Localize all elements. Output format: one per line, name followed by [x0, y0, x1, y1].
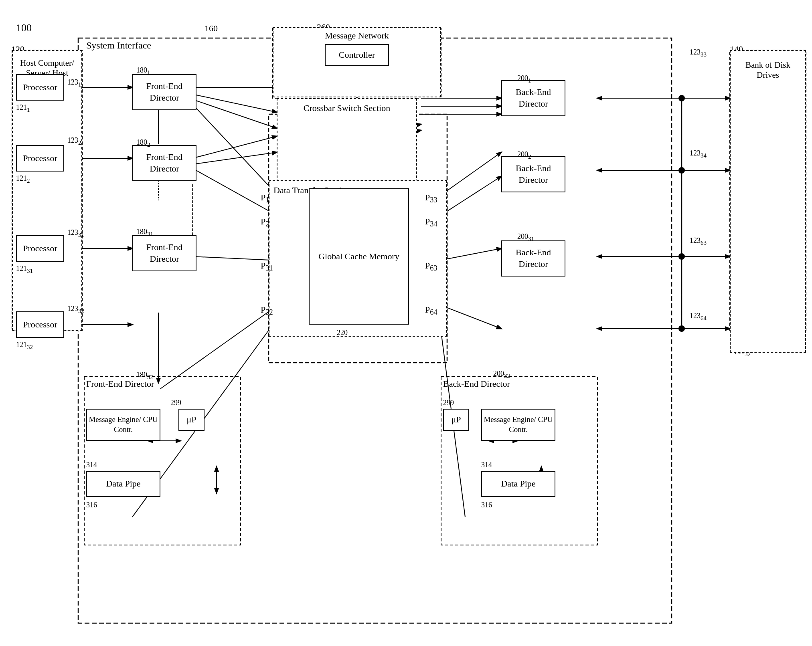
- label-p34: P34: [425, 216, 437, 228]
- backend-31-label: Back-End Director: [502, 247, 565, 270]
- backend-32-title: Back-End Director: [443, 379, 510, 389]
- data-pipe-b-label: Data Pipe: [501, 478, 535, 490]
- label-1231: 1231: [67, 78, 81, 88]
- label-316a: 316: [86, 501, 97, 509]
- label-316b: 316: [481, 501, 492, 509]
- data-pipe-b-box: Data Pipe: [481, 471, 555, 497]
- mu-p-a-label: μP: [186, 414, 196, 426]
- frontend-1-box: Front-End Director: [132, 74, 196, 110]
- svg-point-68: [678, 325, 685, 332]
- svg-line-33: [192, 104, 279, 196]
- message-network-box: Message Network Controller: [273, 27, 441, 97]
- processor-32-box: Processor: [16, 311, 64, 338]
- backend-31-box: Back-End Director: [501, 240, 565, 277]
- controller-label: Controller: [339, 49, 375, 61]
- processor-1-box: Processor: [16, 74, 64, 101]
- processor-32-label: Processor: [23, 319, 57, 331]
- svg-line-36: [160, 305, 279, 389]
- frontend-32-dashed: Front-End Director Message Engine/ CPU C…: [84, 377, 241, 545]
- label-20032: 20032: [493, 369, 510, 380]
- label-20031: 20031: [517, 232, 534, 242]
- label-system-interface: System Interface: [86, 40, 151, 51]
- label-1232: 1232: [67, 136, 81, 146]
- frontend-1-label: Front-End Director: [133, 81, 196, 103]
- mu-p-b-label: μP: [451, 414, 461, 426]
- backend-1-box: Back-End Director: [501, 80, 565, 116]
- data-pipe-a-label: Data Pipe: [106, 478, 140, 490]
- svg-line-17: [192, 99, 277, 128]
- label-100: 100: [16, 22, 32, 34]
- label-2001: 2001: [517, 74, 531, 84]
- label-p1: P1: [261, 192, 269, 204]
- label-160: 160: [205, 23, 218, 34]
- frontend-31-label: Front-End Director: [133, 242, 196, 264]
- msg-engine-a-box: Message Engine/ CPU Contr.: [86, 409, 160, 441]
- svg-point-65: [678, 95, 685, 101]
- label-1801: 1801: [136, 66, 150, 76]
- label-314a: 314: [86, 461, 97, 469]
- mu-p-a-box: μP: [178, 409, 205, 431]
- processor-1-label: Processor: [23, 82, 57, 93]
- svg-line-19: [192, 152, 277, 164]
- label-p32: P32: [261, 305, 273, 317]
- label-1212: 1212: [16, 174, 30, 184]
- label-299b: 299: [443, 399, 454, 407]
- message-network-label: Message Network Controller: [273, 28, 440, 69]
- label-12334: 12334: [690, 149, 707, 159]
- frontend-2-label: Front-End Director: [133, 151, 196, 174]
- label-299a: 299: [170, 399, 181, 407]
- label-12333: 12333: [690, 48, 707, 58]
- label-p2: P2: [261, 216, 269, 228]
- label-p33: P33: [425, 192, 437, 204]
- frontend-2-box: Front-End Director: [132, 145, 196, 181]
- processor-31-box: Processor: [16, 235, 64, 262]
- label-p63: P63: [425, 260, 437, 273]
- label-12363: 12363: [690, 236, 707, 246]
- label-12331: 12331: [67, 228, 84, 238]
- label-12132: 12132: [16, 341, 33, 351]
- global-cache-box: Global Cache Memory: [309, 188, 409, 325]
- backend-1-label: Back-End Director: [502, 87, 565, 109]
- svg-line-40: [439, 305, 501, 329]
- msg-engine-b-box: Message Engine/ CPU Contr.: [481, 409, 555, 441]
- diagram: 100 160 System Interface 120 Host Comput…: [0, 0, 812, 646]
- label-p64: P64: [425, 305, 437, 317]
- backend-32-dashed: Back-End Director 20032 μP 299 Message E…: [441, 377, 597, 545]
- svg-line-35: [192, 256, 279, 260]
- bank-disk-label: Bank of Disk Drives: [731, 57, 805, 83]
- label-12131: 12131: [16, 264, 33, 275]
- label-p31: P31: [261, 260, 273, 273]
- msg-engine-b-label: Message Engine/ CPU Contr.: [482, 415, 555, 434]
- label-314b: 314: [481, 461, 492, 469]
- label-2002: 2002: [517, 150, 531, 160]
- svg-line-39: [439, 248, 501, 260]
- processor-31-label: Processor: [23, 243, 57, 254]
- bank-disk-box: Bank of Disk Drives: [730, 50, 806, 353]
- svg-line-16: [192, 94, 277, 112]
- label-12364: 12364: [690, 312, 707, 322]
- mu-p-b-box: μP: [443, 409, 469, 431]
- label-220: 220: [337, 329, 348, 337]
- backend-2-label: Back-End Director: [502, 163, 565, 186]
- processor-2-box: Processor: [16, 145, 64, 172]
- backend-2-box: Back-End Director: [501, 156, 565, 192]
- label-1802: 1802: [136, 138, 150, 148]
- controller-box: Controller: [325, 44, 389, 66]
- svg-line-18: [192, 136, 277, 158]
- svg-point-66: [678, 167, 685, 174]
- data-pipe-a-box: Data Pipe: [86, 471, 160, 497]
- crossbar-switch-label: Crossbar Switch Section: [277, 99, 416, 117]
- svg-line-38: [439, 176, 501, 216]
- global-cache-label: Global Cache Memory: [318, 251, 399, 262]
- frontend-31-box: Front-End Director: [132, 235, 196, 271]
- svg-point-67: [678, 253, 685, 260]
- svg-line-37: [439, 152, 501, 196]
- msg-engine-a-label: Message Engine/ CPU Contr.: [87, 415, 160, 434]
- label-12332: 12332: [67, 305, 84, 315]
- label-18032: 18032: [136, 371, 153, 381]
- label-1211: 1211: [16, 103, 30, 113]
- processor-2-label: Processor: [23, 153, 57, 164]
- label-18031: 18031: [136, 228, 153, 238]
